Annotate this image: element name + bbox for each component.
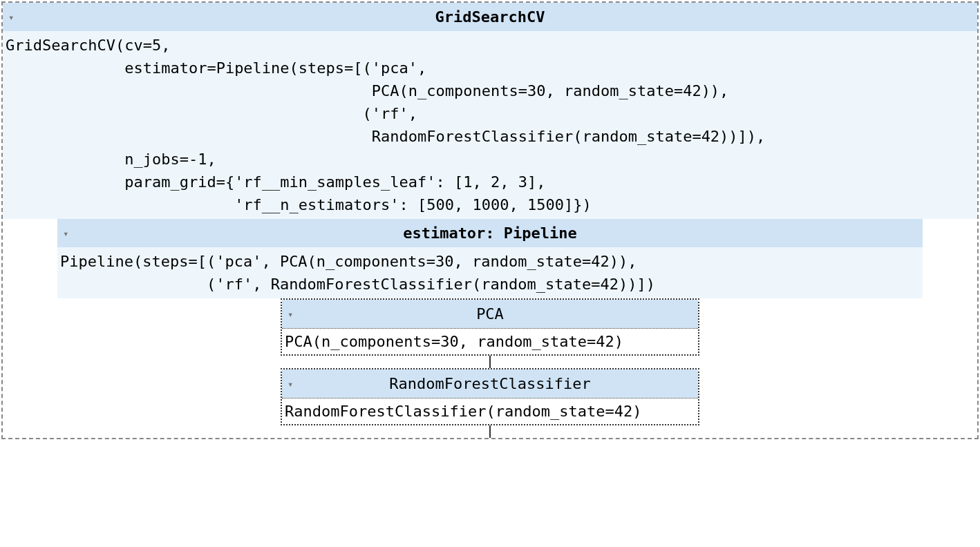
collapse-toggle-icon[interactable]: ▾ [8, 10, 14, 24]
pca-header[interactable]: ▾ PCA [282, 300, 698, 328]
collapse-toggle-icon[interactable]: ▾ [63, 226, 68, 240]
estimator-container: ▾ estimator: Pipeline Pipeline(steps=[('… [57, 219, 923, 438]
gridsearchcv-code: GridSearchCV(cv=5, estimator=Pipeline(st… [3, 31, 977, 219]
estimator-box: ▾ estimator: Pipeline Pipeline(steps=[('… [57, 219, 923, 298]
pipeline-connector-end [489, 425, 491, 438]
pca-title: PCA [476, 305, 504, 323]
gridsearchcv-box: ▾ GridSearchCV GridSearchCV(cv=5, estima… [1, 1, 979, 439]
gridsearchcv-header[interactable]: ▾ GridSearchCV [3, 3, 977, 31]
estimator-header[interactable]: ▾ estimator: Pipeline [57, 219, 923, 247]
rf-title: RandomForestClassifier [389, 375, 590, 392]
gridsearchcv-title: GridSearchCV [435, 8, 545, 26]
pipeline-connector [489, 356, 491, 368]
pca-step-box: ▾ PCA PCA(n_components=30, random_state=… [281, 298, 699, 356]
estimator-code: Pipeline(steps=[('pca', PCA(n_components… [57, 247, 923, 298]
pca-code: PCA(n_components=30, random_state=42) [282, 328, 698, 354]
rf-step-box: ▾ RandomForestClassifier RandomForestCla… [281, 368, 699, 425]
collapse-toggle-icon[interactable]: ▾ [288, 307, 293, 321]
collapse-toggle-icon[interactable]: ▾ [288, 376, 293, 391]
rf-header[interactable]: ▾ RandomForestClassifier [282, 370, 698, 398]
rf-code: RandomForestClassifier(random_state=42) [282, 398, 698, 424]
estimator-title: estimator: Pipeline [403, 224, 577, 242]
